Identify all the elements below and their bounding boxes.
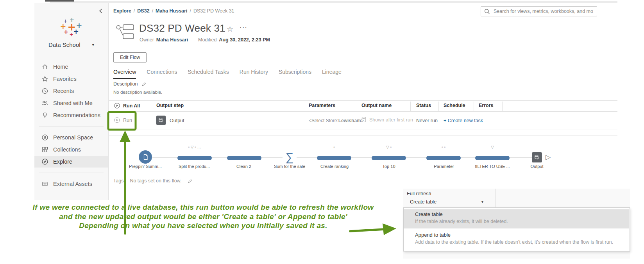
database-icon [361, 117, 366, 123]
person-circle-icon [41, 134, 48, 141]
sidebar-item-recommendations[interactable]: Recommendations [34, 109, 108, 121]
edit-flow-button[interactable]: Edit Flow [113, 52, 147, 62]
flow-node-bar [475, 156, 510, 160]
breadcrumb-link-maha-hussari[interactable]: Maha Hussari [156, 8, 187, 14]
chevron-down-icon: ▾ [92, 42, 95, 47]
play-circle-icon [114, 103, 120, 109]
column-separator [438, 102, 439, 111]
flow-step-badges: ▫ ▽ ▫ … [177, 145, 212, 149]
table-border [109, 111, 617, 112]
column-separator [502, 102, 503, 111]
column-header-output-step: Output step [156, 103, 184, 108]
annotation-arrow-up-head [120, 130, 131, 142]
top-strip-dark [45, 0, 74, 2]
dropdown-option-create-table-desc: If the table already exists, it will be … [415, 219, 508, 224]
flow-node-aggregate-sigma-icon: ∑ [283, 150, 297, 164]
run-output-play-icon[interactable]: ▷ [546, 153, 551, 161]
sidebar-item-home[interactable]: Home [34, 61, 108, 73]
flow-node-bar [372, 156, 406, 160]
edit-tags-pencil-icon[interactable] [188, 178, 193, 184]
annotation-line-3: Depending on what you have selected when… [0, 221, 406, 230]
collapse-sidebar-icon[interactable] [98, 8, 104, 14]
tags-row: Tags No tags set on this flow. [113, 178, 193, 184]
sidebar-item-shared-with-me[interactable]: Shared with Me [34, 97, 108, 109]
flow-node-bar [177, 156, 212, 160]
parameters-value: <Select Store:Lewisham> [309, 118, 364, 123]
description-label: Description [113, 81, 138, 87]
flow-step-badges: ▫ ▫ [426, 145, 461, 149]
sidebar-item-label: Explore [53, 159, 72, 165]
top-strip [50, 1, 617, 3]
sidebar-item-recents[interactable]: Recents [34, 85, 108, 97]
owner-row: Owner Maha Hussari Modified Aug 30, 2022… [140, 37, 270, 43]
search-box[interactable] [481, 6, 597, 16]
page-title: DS32 PD Week 31 [139, 22, 225, 34]
breadcrumb-current: DS32 PD Week 31 [193, 8, 234, 14]
flow-step-badges: ▽ [475, 145, 510, 149]
sidebar-item-label: Personal Space [53, 134, 93, 141]
modified-value: Aug 30, 2022, 2:23 PM [219, 37, 270, 43]
tableau-logo: + + + + + + + + [59, 17, 84, 38]
dropdown-option-create-table[interactable]: Create table [415, 211, 443, 217]
breadcrumb-link-ds32[interactable]: DS32 [137, 8, 149, 14]
sidebar-item-personal-space[interactable]: Personal Space [34, 132, 108, 143]
owner-link[interactable]: Maha Hussari [156, 37, 188, 43]
sidebar-item-external-assets[interactable]: External Assets [34, 178, 108, 190]
status-value: Never run [416, 118, 438, 123]
dropdown-option-append-to-table[interactable]: Append to table [415, 232, 451, 238]
flow-node-output-icon [532, 152, 542, 162]
flow-node-label: Sum for the sale [264, 164, 315, 169]
column-separator [474, 102, 474, 111]
site-name: Data School [48, 41, 80, 48]
favorite-star-icon[interactable]: ☆ [227, 25, 233, 34]
edit-description-pencil-icon[interactable] [141, 82, 147, 87]
people-icon [41, 100, 48, 107]
sidebar-item-explore[interactable]: Explore [34, 156, 108, 168]
search-input[interactable] [493, 8, 594, 14]
lightbulb-icon [41, 112, 48, 119]
breadcrumb-link-explore[interactable]: Explore [113, 8, 131, 14]
sidebar-item-label: Collections [53, 146, 81, 153]
tags-label: Tags [113, 178, 123, 184]
output-name-cell: Shown after first run [361, 117, 413, 123]
column-header-status: Status [416, 103, 431, 108]
description-row: Description [113, 81, 147, 87]
sidebar-item-label: Recommendations [53, 112, 100, 118]
table-border [109, 130, 617, 130]
flow-node-label: Clean 2 [218, 164, 269, 169]
column-header-schedule: Schedule [444, 103, 465, 108]
flow-step-badges: ▽ ▫ [372, 145, 406, 149]
more-options-icon[interactable]: ··· [240, 23, 247, 31]
run-button[interactable]: Run [114, 117, 132, 123]
breadcrumb: Explore / DS32 / Maha Hussari / DS32 PD … [113, 8, 234, 14]
dropdown-option-append-to-table-desc: Add data to the existing table. If the t… [415, 239, 613, 245]
page: + + + + + + + + Data School ▾ Home Favor… [0, 0, 644, 264]
flow-node-input-icon [139, 150, 152, 164]
sidebar-item-collections[interactable]: Collections [34, 144, 108, 155]
select-caret-icon[interactable]: ▼ [481, 200, 484, 204]
clock-icon [41, 87, 48, 95]
output-step-name: Output [170, 118, 184, 123]
flow-node-label: Top 10 [363, 164, 414, 169]
sidebar-item-label: Recents [53, 88, 74, 94]
flow-node-label: Parameter [419, 164, 469, 169]
flow-node-label: Output [512, 164, 562, 169]
compass-icon [41, 158, 48, 165]
refresh-mode-select-value[interactable]: Create table [410, 199, 436, 205]
panel-divider [496, 189, 496, 207]
play-circle-icon [114, 117, 120, 123]
breadcrumb-separator: / [152, 8, 153, 14]
sidebar-divider [39, 127, 104, 127]
column-header-errors: Errors [479, 103, 494, 108]
breadcrumb-separator: / [190, 8, 191, 14]
column-separator [357, 102, 357, 111]
tags-empty-text: No tags set on this flow. [130, 178, 181, 184]
site-switcher[interactable]: Data School ▾ [34, 41, 108, 48]
run-all-button[interactable]: Run All [114, 103, 140, 109]
annotation-line-1: If we were connected to a live database,… [0, 203, 406, 212]
description-empty-text: No description available. [113, 90, 162, 95]
table-border [109, 100, 617, 101]
sidebar-divider [39, 173, 104, 173]
create-new-task-link[interactable]: + Create new task [444, 118, 483, 123]
sidebar-item-favorites[interactable]: Favorites [34, 73, 108, 85]
